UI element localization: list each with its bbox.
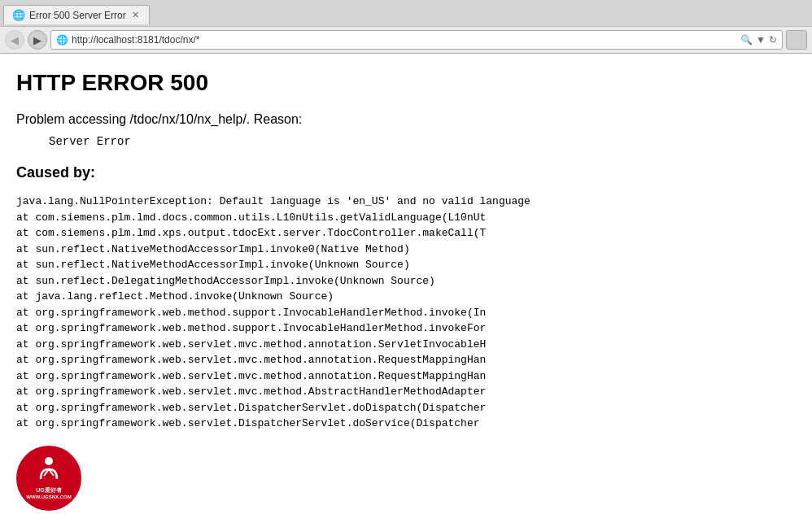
stack-line-13: at org.springframework.web.servlet.mvc.m… (16, 384, 796, 400)
tab-close-button[interactable]: ✕ (130, 10, 141, 20)
extra-nav-button[interactable] (786, 30, 807, 50)
stack-line-8: at org.springframework.web.method.suppor… (16, 305, 796, 321)
address-actions: 🔍 ▼ ↻ (740, 34, 777, 46)
stack-line-5: at sun.reflect.NativeMethodAccessorImpl.… (16, 257, 796, 273)
stack-trace: java.lang.NullPointerException: Default … (16, 194, 796, 432)
refresh-button[interactable]: ↻ (769, 34, 777, 46)
search-button[interactable]: 🔍 (740, 34, 753, 46)
stack-line-4: at sun.reflect.NativeMethodAccessorImpl.… (16, 242, 796, 258)
http-error-title: HTTP ERROR 500 (16, 70, 796, 96)
stack-line-7: at java.lang.reflect.Method.invoke(Unkno… (16, 289, 796, 305)
caused-by-heading: Caused by: (16, 164, 796, 181)
stack-line-6: at sun.reflect.DelegatingMethodAccessorI… (16, 273, 796, 290)
watermark: UG爱好者 WWW.UGSNX.COM (16, 446, 81, 511)
server-error-text: Server Error (49, 135, 796, 148)
nav-bar: ◀ ▶ 🌐 http://localhost:8181/tdoc/nx/* 🔍 … (0, 26, 812, 53)
forward-icon: ▶ (33, 34, 41, 46)
stack-line-3: at com.siemens.plm.lmd.xps.output.tdocEx… (16, 225, 796, 242)
page-content: HTTP ERROR 500 Problem accessing /tdoc/n… (0, 54, 812, 522)
dropdown-button[interactable]: ▼ (756, 34, 766, 46)
back-icon: ◀ (11, 34, 19, 46)
address-favicon-icon: 🌐 (56, 34, 68, 46)
tab-bar: 🌐 Error 500 Server Error ✕ (0, 0, 812, 26)
forward-button[interactable]: ▶ (28, 30, 47, 50)
watermark-text-url: WWW.UGSNX.COM (26, 494, 71, 500)
problem-description: Problem accessing /tdoc/nx/10/nx_help/. … (16, 112, 796, 127)
stack-line-10: at org.springframework.web.servlet.mvc.m… (16, 337, 796, 353)
stack-line-14: at org.springframework.web.servlet.Dispa… (16, 400, 796, 416)
tab-favicon-icon: 🌐 (12, 9, 25, 21)
stack-line-12: at org.springframework.web.servlet.mvc.m… (16, 368, 796, 385)
watermark-text-brand: UG爱好者 (36, 487, 62, 494)
stack-line-1: java.lang.NullPointerException: Default … (16, 194, 796, 210)
watermark-figure-icon (37, 456, 60, 486)
stack-line-11: at org.springframework.web.servlet.mvc.m… (16, 352, 796, 368)
address-text: http://localhost:8181/tdoc/nx/* (72, 34, 740, 46)
tab-label: Error 500 Server Error (29, 10, 126, 21)
stack-line-15: at org.springframework.web.servlet.Dispa… (16, 416, 796, 432)
svg-point-0 (45, 457, 53, 465)
stack-line-2: at com.siemens.plm.lmd.docs.common.utils… (16, 210, 796, 226)
browser-tab[interactable]: 🌐 Error 500 Server Error ✕ (3, 5, 150, 24)
stack-line-9: at org.springframework.web.method.suppor… (16, 320, 796, 337)
browser-chrome: 🌐 Error 500 Server Error ✕ ◀ ▶ 🌐 http://… (0, 0, 812, 54)
back-button[interactable]: ◀ (5, 30, 24, 50)
address-bar[interactable]: 🌐 http://localhost:8181/tdoc/nx/* 🔍 ▼ ↻ (50, 30, 783, 50)
